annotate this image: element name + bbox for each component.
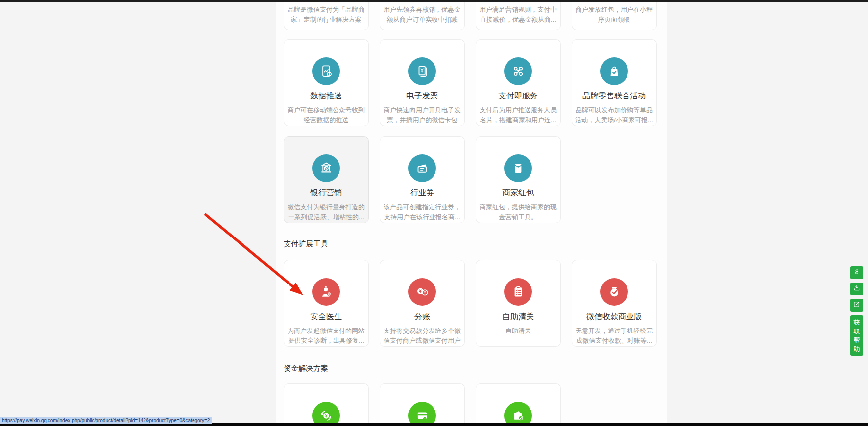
product-title: 分账: [380, 313, 464, 321]
window-chrome-strip: [0, 0, 868, 2]
get-help-char: 助: [854, 346, 860, 352]
product-card[interactable]: 用户先领券再核销，优惠金额从商户订单实收中扣减: [380, 0, 465, 30]
get-help-char: 获: [854, 319, 860, 326]
coin-circulation-icon: [312, 402, 340, 426]
product-title: 数据推送: [284, 92, 368, 100]
shopping-bag-check-icon: [600, 57, 628, 85]
product-desc: 商户可在移动端公众号收到经营数据的推送: [287, 105, 366, 125]
product-desc: 商户快速向用户开具电子发票，并插用户的微信卡包: [383, 105, 462, 125]
red-packet-icon: [504, 154, 532, 182]
product-card-电子发票[interactable]: 电子发票商户快速向用户开具电子发票，并插用户的微信卡包: [380, 39, 465, 126]
product-desc: 无需开发，通过手机轻松完成微信支付收款、对账等...: [575, 326, 654, 346]
product-title: 支付即服务: [476, 92, 560, 100]
product-card-商家红包[interactable]: 商家红包商家红包，提供给商家的现金营销工具。: [476, 136, 561, 223]
bank-icon: [312, 154, 340, 182]
product-desc: 商家红包，提供给商家的现金营销工具。: [479, 202, 558, 222]
product-desc: 该产品可创建指定行业券，支持用户在该行业报名商...: [383, 202, 462, 222]
product-desc: 自助清关: [479, 326, 558, 336]
get-help-char: 帮: [854, 337, 860, 343]
compose-icon: [853, 300, 861, 310]
product-desc: 用户满足营销规则，支付中直接减价，优惠金额从商...: [479, 5, 558, 25]
moneybag-check-icon: [600, 278, 628, 306]
link-icon: [853, 268, 861, 278]
product-desc: 为商户发起微信支付的网站提供安全诊断，出具修复...: [287, 326, 366, 346]
product-desc: 微信支付为银行量身打造的一系列促活跃、增粘性的...: [287, 202, 366, 222]
product-card-安全医生[interactable]: 安全医生为商户发起微信支付的网站提供安全诊断，出具修复...: [284, 260, 369, 347]
product-card-银行营销[interactable]: 银行营销微信支付为银行量身打造的一系列促活跃、增粘性的...: [284, 136, 369, 223]
help-toolbar: 获取帮助: [850, 266, 863, 356]
product-card-分账[interactable]: 分账支持将交易款分发给多个微信支付商户或微信支付用户: [380, 260, 465, 347]
card-transfer-icon: [408, 402, 436, 426]
product-title: 行业券: [380, 189, 464, 197]
product-card-数据推送[interactable]: 数据推送商户可在移动端公众号收到经营数据的推送: [284, 39, 369, 126]
product-title: 安全医生: [284, 313, 368, 321]
get-help-button[interactable]: 获取帮助: [850, 315, 863, 356]
security-doctor-icon: [312, 278, 340, 306]
card-row: 数据推送商户可在移动端公众号收到经营数据的推送电子发票商户快速向用户开具电子发票…: [284, 39, 657, 126]
section-header: 资金解决方案: [284, 364, 328, 372]
product-card[interactable]: 品牌是微信支付为「品牌商家」定制的行业解决方案: [284, 0, 369, 30]
product-title: 商家红包: [476, 189, 560, 197]
card-row: 安全医生为商户发起微信支付的网站提供安全诊断，出具修复...分账支持将交易款分发…: [284, 260, 657, 347]
product-desc: 品牌可以发布加价购等单品活动，大卖场/小商家可报...: [575, 105, 654, 125]
product-card[interactable]: [476, 383, 561, 426]
page: 品牌是微信支付为「品牌商家」定制的行业解决方案用户先领券再核销，优惠金额从商户订…: [0, 0, 868, 426]
product-title: 品牌零售联合活动: [572, 92, 656, 100]
product-card[interactable]: 商户发放红包，用户在小程序页面领取: [572, 0, 657, 30]
toolbar-button-compose-icon[interactable]: [850, 299, 863, 312]
product-desc: 品牌是微信支付为「品牌商家」定制的行业解决方案: [287, 5, 366, 25]
product-card-行业券[interactable]: 行业券该产品可创建指定行业券，支持用户在该行业报名商...: [380, 136, 465, 223]
clipboard-checklist-icon: [504, 278, 532, 306]
product-card[interactable]: [284, 383, 369, 426]
crossed-links-icon: [504, 57, 532, 85]
status-url-tooltip: https://pay.weixin.qq.com/index.php/publ…: [0, 417, 212, 424]
product-card-微信收款商业版[interactable]: 微信收款商业版无需开发，通过手机轻松完成微信支付收款、对账等...: [572, 260, 657, 347]
product-card-自助清关[interactable]: 自助清关自助清关: [476, 260, 561, 347]
product-desc: 用户先领券再核销，优惠金额从商户订单实收中扣减: [383, 5, 462, 25]
section-header: 支付扩展工具: [284, 240, 328, 248]
product-title: 银行营销: [284, 189, 368, 197]
product-desc: 商户发放红包，用户在小程序页面领取: [575, 5, 654, 25]
product-card-支付即服务[interactable]: 支付即服务支付后为用户推送服务人员名片，搭建商家和用户连...: [476, 39, 561, 126]
coupons-icon: [408, 154, 436, 182]
card-row: 品牌是微信支付为「品牌商家」定制的行业解决方案用户先领券再核销，优惠金额从商户订…: [284, 0, 657, 30]
card-row: 银行营销微信支付为银行量身打造的一系列促活跃、增粘性的...行业券该产品可创建指…: [284, 136, 561, 223]
product-desc: 支付后为用户推送服务人员名片，搭建商家和用户连...: [479, 105, 558, 125]
toolbar-button-link-icon[interactable]: [850, 266, 863, 279]
product-title: 电子发票: [380, 92, 464, 100]
card-row: [284, 383, 561, 426]
phone-chart-icon: [312, 57, 340, 85]
products-grid: 品牌是微信支付为「品牌商家」定制的行业解决方案用户先领券再核销，优惠金额从商户订…: [0, 0, 868, 426]
download-icon: [853, 284, 861, 294]
product-card-品牌零售联合活动[interactable]: 品牌零售联合活动品牌可以发布加价购等单品活动，大卖场/小商家可报...: [572, 39, 657, 126]
product-title: 微信收款商业版: [572, 313, 656, 321]
product-card[interactable]: 用户满足营销规则，支付中直接减价，优惠金额从商...: [476, 0, 561, 30]
product-card[interactable]: [380, 383, 465, 426]
split-coins-icon: [408, 278, 436, 306]
product-desc: 支持将交易款分发给多个微信支付商户或微信支付用户: [383, 326, 462, 346]
invoice-icon: [408, 57, 436, 85]
wallet-check-icon: [504, 402, 532, 426]
product-title: 自助清关: [476, 313, 560, 321]
toolbar-button-download-icon[interactable]: [850, 283, 863, 295]
get-help-char: 取: [854, 328, 860, 334]
